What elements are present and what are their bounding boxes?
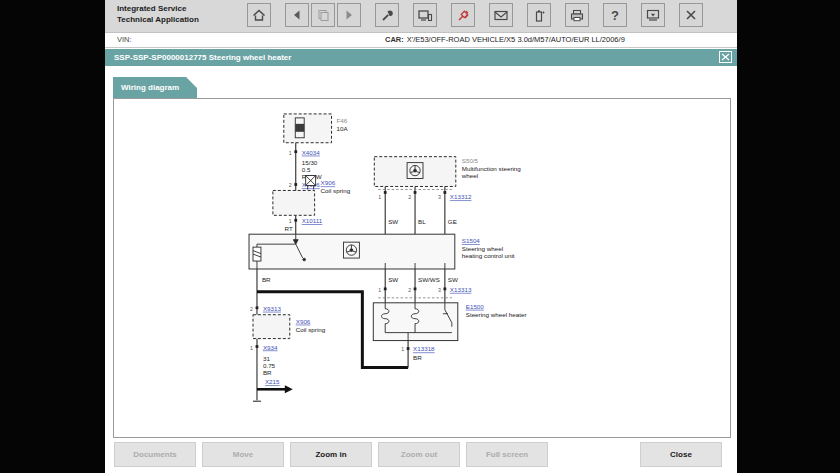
wire-terminal-label: 15/30 — [302, 159, 318, 166]
battery-button[interactable] — [527, 3, 551, 27]
envelope-icon — [493, 8, 509, 22]
control-unit-link[interactable]: S1504 — [462, 237, 481, 244]
mail-button[interactable] — [489, 3, 513, 27]
control-unit-name-line1: Steering wheel — [462, 245, 503, 252]
dialog-title-bar: SSP-SSP-SP0000012775 Steering wheel heat… — [105, 49, 737, 66]
display-icon — [417, 8, 433, 23]
documents-button[interactable] — [311, 3, 335, 27]
pin-label: 1 — [401, 347, 404, 353]
wire-gauge-label: 0.5 — [302, 166, 311, 173]
forward-arrow-icon — [342, 8, 356, 22]
pin-label: 3 — [438, 287, 441, 293]
vehicle-info-bar: VIN: CAR:X'/E53/OFF-ROAD VEHICLE/X5 3.0d… — [105, 33, 737, 48]
pin-label: 1 — [250, 345, 253, 351]
fuse-component[interactable]: F46 10A — [284, 114, 349, 143]
pin-label: 1 — [378, 194, 381, 200]
wire-color-bl: BL — [418, 218, 426, 225]
multifunction-steering-wheel[interactable]: S50/5 Multifunction steering wheel — [374, 157, 521, 187]
pin-label: 2 — [289, 182, 292, 188]
tab-wiring-diagram[interactable]: Wiring diagram — [113, 77, 197, 98]
wire-color-br: BR — [413, 354, 422, 361]
zoom-out-button: Zoom out — [378, 442, 460, 467]
pin-label: 2 — [250, 306, 253, 312]
car-value: X'/E53/OFF-ROAD VEHICLE/X5 3.0d/M57/AUTO… — [407, 35, 625, 44]
connection-button[interactable] — [451, 3, 475, 27]
move-button: Move — [202, 442, 284, 467]
tools-button[interactable] — [375, 3, 399, 27]
documents-icon — [316, 8, 330, 22]
app-title-line2: Technical Application — [117, 15, 199, 26]
coil-spring-name: Coil spring — [296, 326, 326, 333]
wire-color-label: SW/WS — [418, 276, 440, 283]
connector-link-x4034[interactable]: X4034 — [302, 149, 321, 156]
wire-color-ge: GE — [448, 218, 457, 225]
connector-link-x9313[interactable]: X9313 — [263, 305, 282, 312]
steering-wheel-heater[interactable]: E1500 Steering wheel heater — [373, 303, 526, 341]
mfl-name-line2: wheel — [461, 172, 478, 179]
ista-window: Integrated Service Technical Application — [105, 0, 737, 473]
fullscreen-icon — [645, 8, 661, 22]
pin-label: 1 — [378, 287, 381, 293]
close-icon — [684, 8, 698, 22]
coil-spring-link[interactable]: X906 — [321, 179, 336, 186]
wire-color-sw: SW — [388, 218, 398, 225]
back-button[interactable] — [285, 3, 309, 27]
battery-icon — [532, 8, 546, 23]
close-button[interactable]: Close — [640, 442, 722, 467]
footer-toolbar: Documents Move Zoom in Zoom out Full scr… — [105, 442, 737, 468]
pin-label: 1 — [289, 218, 292, 224]
app-title-line1: Integrated Service — [117, 4, 199, 15]
connector-link-x10111[interactable]: X10111 — [302, 217, 323, 224]
heater-name: Steering wheel heater — [466, 311, 527, 318]
forward-button[interactable] — [337, 3, 361, 27]
pin-label: 3 — [438, 194, 441, 200]
back-arrow-icon — [290, 8, 304, 22]
connector-link-x934[interactable]: X934 — [263, 344, 278, 351]
pin-label: 2 — [408, 194, 411, 200]
ground-terminal-label: 31 — [263, 355, 270, 362]
coil-spring-lower[interactable]: 2 X9313 X906 Coil spring 1 X934 — [250, 305, 326, 351]
wiring-diagram: F46 10A 1 X4034 15/30 0.5 RT/SW 2 X4906 — [114, 99, 730, 437]
heating-control-unit[interactable]: S1504 Steering wheel heating control uni… — [249, 234, 515, 269]
tab-label: Wiring diagram — [121, 83, 179, 92]
toolbar: ? — [247, 3, 717, 27]
fullscreen-button[interactable] — [641, 3, 665, 27]
dialog-title: SSP-SSP-SP0000012775 Steering wheel heat… — [114, 53, 291, 62]
print-button[interactable] — [565, 3, 589, 27]
wire-color-br: BR — [262, 276, 271, 283]
pin-label: 2 — [408, 287, 411, 293]
fuse-id-label: F46 — [337, 117, 348, 124]
coil-spring-upper[interactable]: 2 X4906 X906 Coil spring 1 X10111 RT — [273, 176, 351, 233]
documents-footer-button: Documents — [114, 442, 196, 467]
help-button[interactable]: ? — [603, 3, 627, 27]
zoom-in-button[interactable]: Zoom in — [290, 442, 372, 467]
dialog-close-icon — [721, 53, 730, 61]
close-app-button[interactable] — [679, 3, 703, 27]
heater-link-e1500[interactable]: E1500 — [466, 303, 485, 310]
wiring-diagram-panel[interactable]: F46 10A 1 X4034 15/30 0.5 RT/SW 2 X4906 — [113, 98, 731, 438]
connector-link-x13313[interactable]: X13313 — [450, 286, 472, 293]
home-button[interactable] — [247, 3, 271, 27]
dialog-close-button[interactable] — [719, 51, 732, 63]
connector-link-x13318[interactable]: X13318 — [413, 346, 435, 353]
full-screen-button: Full screen — [466, 442, 548, 467]
car-info: CAR:X'/E53/OFF-ROAD VEHICLE/X5 3.0d/M57/… — [385, 35, 625, 44]
coil-spring-link[interactable]: X906 — [296, 318, 311, 325]
pin-label: 1 — [289, 150, 292, 156]
connection-plug-icon — [456, 8, 471, 23]
display-button[interactable] — [413, 3, 437, 27]
mfl-name-line1: Multifunction steering — [462, 165, 522, 172]
coil-spring-name: Coil spring — [321, 187, 351, 194]
fuse-amp-label: 10A — [337, 125, 349, 132]
wire-color-label: SW — [448, 276, 458, 283]
wire-color-rt: RT — [285, 225, 293, 232]
ground-link-x215[interactable]: X215 — [265, 378, 280, 385]
mfl-id-label: S50/5 — [462, 157, 479, 164]
connector-link-x13312[interactable]: X13312 — [450, 193, 472, 200]
wire-gauge-label: 0.75 — [263, 362, 276, 369]
title-bar: Integrated Service Technical Application — [105, 0, 737, 33]
control-unit-name-line2: heating control unit — [462, 252, 515, 259]
app-title: Integrated Service Technical Application — [117, 4, 199, 26]
car-label: CAR: — [385, 35, 404, 44]
ground-arrow — [257, 385, 293, 393]
